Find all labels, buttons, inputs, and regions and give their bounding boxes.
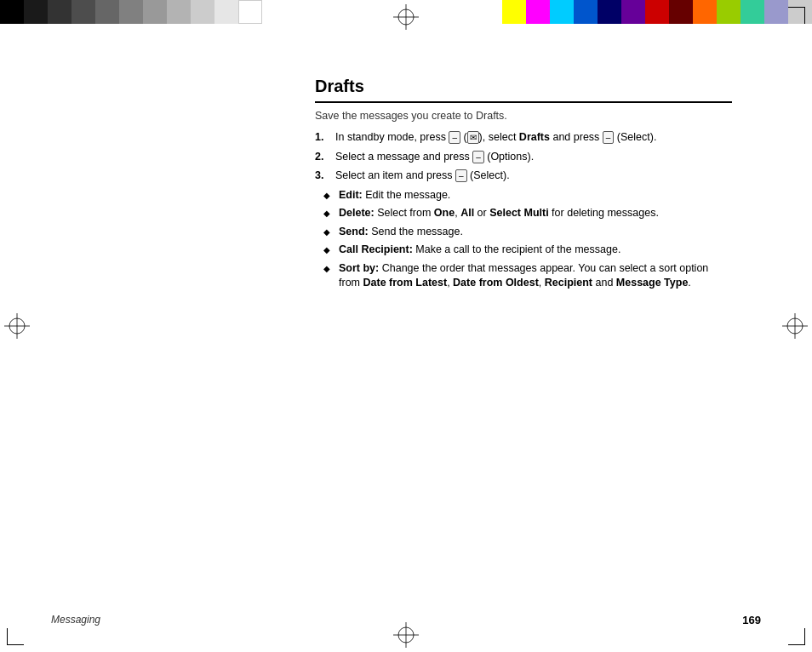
bullet-diamond-icon: ◆ — [323, 243, 335, 258]
key-icon-left: – — [449, 131, 460, 144]
swatch — [693, 0, 717, 24]
label-call-recipient: Call Recipient: — [339, 243, 413, 255]
sub-item-delete: ◆ Delete: Select from One, All or Select… — [315, 206, 732, 221]
swatch — [71, 0, 95, 24]
crop-mark-bottom-left — [7, 628, 24, 645]
footer: Messaging 169 — [0, 614, 812, 626]
bullet-diamond-icon: ◆ — [323, 188, 335, 203]
label-edit: Edit: — [339, 189, 363, 201]
intro-text: Save the messages you create to Drafts. — [315, 110, 732, 122]
msg-icon: ✉ — [467, 131, 479, 144]
swatch — [741, 0, 764, 24]
swatch — [717, 0, 741, 24]
swatch — [167, 0, 191, 24]
color-bar-left — [0, 0, 262, 24]
sub-text-delete: Delete: Select from One, All or Select M… — [339, 206, 732, 221]
sub-item-call-recipient: ◆ Call Recipient: Make a call to the rec… — [315, 243, 732, 258]
key-icon-options: – — [472, 151, 484, 163]
sub-item-sort-by: ◆ Sort by: Change the order that message… — [315, 261, 732, 291]
step-text-3: Select an item and press – (Select). — [335, 169, 732, 184]
swatch — [526, 0, 550, 24]
sub-text-edit: Edit: Edit the message. — [339, 188, 732, 203]
page-title: Drafts — [315, 77, 732, 103]
step-text-1: In standby mode, press – (✉), select Dra… — [335, 130, 732, 146]
swatch — [214, 0, 238, 24]
step-item-3: 3. Select an item and press – (Select). — [315, 169, 732, 184]
sub-item-edit: ◆ Edit: Edit the message. — [315, 188, 732, 203]
step-number-2: 2. — [315, 150, 332, 165]
bullet-diamond-icon: ◆ — [323, 225, 335, 240]
option-date-oldest: Date from Oldest — [453, 277, 539, 289]
swatch — [119, 0, 143, 24]
swatch — [24, 0, 48, 24]
key-icon-select1: – — [603, 131, 615, 144]
swatch — [645, 0, 669, 24]
swatch — [574, 0, 598, 24]
main-content: Drafts Save the messages you create to D… — [315, 77, 732, 295]
footer-page-number: 169 — [742, 614, 761, 626]
swatch — [669, 0, 693, 24]
option-all: All — [460, 207, 474, 219]
registration-mark-left — [4, 313, 30, 339]
crop-mark-bottom-right — [788, 628, 805, 645]
step-item-2: 2. Select a message and press – (Options… — [315, 150, 732, 165]
sub-text-send: Send: Send the message. — [339, 225, 732, 240]
footer-section-label: Messaging — [51, 614, 100, 626]
swatch — [48, 0, 71, 24]
label-send: Send: — [339, 226, 369, 237]
option-select-multi: Select Multi — [489, 207, 548, 219]
swatch — [191, 0, 214, 24]
option-one: One — [434, 207, 455, 219]
label-delete: Delete: — [339, 207, 375, 219]
swatch — [143, 0, 167, 24]
bold-drafts: Drafts — [519, 131, 550, 143]
registration-mark-right — [782, 313, 808, 339]
bullet-diamond-icon: ◆ — [323, 261, 335, 291]
option-date-latest: Date from Latest — [363, 277, 447, 289]
step-number-1: 1. — [315, 130, 332, 146]
step-item-1: 1. In standby mode, press – (✉), select … — [315, 130, 732, 146]
label-sort-by: Sort by: — [339, 262, 379, 274]
option-recipient: Recipient — [545, 277, 592, 289]
key-icon-select3: – — [455, 169, 467, 182]
swatch — [621, 0, 645, 24]
sub-items-list: ◆ Edit: Edit the message. ◆ Delete: Sele… — [315, 188, 732, 291]
crop-mark-top-right — [788, 7, 805, 24]
swatch — [550, 0, 574, 24]
sub-item-send: ◆ Send: Send the message. — [315, 225, 732, 240]
step-text-2: Select a message and press – (Options). — [335, 150, 732, 165]
option-message-type: Message Type — [616, 277, 689, 289]
swatch — [238, 0, 262, 24]
sub-text-sort-by: Sort by: Change the order that messages … — [339, 261, 732, 291]
swatch — [502, 0, 526, 24]
registration-mark-top — [393, 4, 419, 30]
bullet-diamond-icon: ◆ — [323, 206, 335, 221]
crop-mark-top-left — [7, 7, 24, 24]
swatch — [764, 0, 788, 24]
swatch — [598, 0, 621, 24]
sub-text-call-recipient: Call Recipient: Make a call to the recip… — [339, 243, 732, 258]
steps-list: 1. In standby mode, press – (✉), select … — [315, 130, 732, 184]
swatch — [95, 0, 119, 24]
color-bar-right — [502, 0, 812, 24]
step-number-3: 3. — [315, 169, 332, 184]
